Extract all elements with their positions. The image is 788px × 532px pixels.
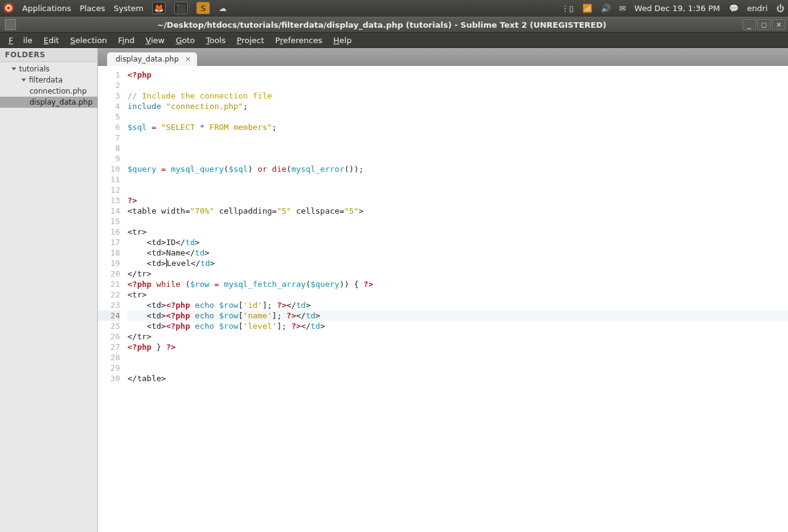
sidebar-file-display-data[interactable]: display_data.php [0,97,97,108]
code-line[interactable]: <tr> [127,227,788,237]
twisty-icon [12,68,17,71]
app-menubar: File Edit Selection Find View Goto Tools… [0,33,788,48]
network-icon[interactable]: 📶 [582,4,592,13]
menu-view[interactable]: View [141,34,170,46]
sidebar-folder-root[interactable]: tutorials [0,63,97,75]
sidebar-file-connection[interactable]: connection.php [0,86,97,97]
code-line[interactable] [127,132,788,143]
menu-help[interactable]: Help [328,34,356,46]
window-close-button[interactable]: ✕ [772,19,786,30]
code-line[interactable]: ?> [127,195,788,206]
code-line[interactable]: <td>Name</td> [127,248,788,258]
code-line[interactable]: <?php [127,70,788,80]
window-minimize-button[interactable]: _ [742,19,756,30]
code-line[interactable]: <td><?php echo $row['level']; ?></td> [127,321,788,331]
code-line[interactable]: </tr> [127,331,788,342]
desktop-top-panel: Applications Places System 🦊 ⬛ S ☁ ⋮▯ 📶 … [0,0,788,17]
code-line[interactable] [127,174,788,185]
user-status-icon[interactable]: 💬 [729,4,739,13]
panel-menu-applications[interactable]: Applications [22,4,71,13]
line-number-gutter: 1234567891011121314151617181920212223242… [98,66,125,532]
code-line[interactable]: // Include the connection file [127,91,788,101]
misc-launcher-icon[interactable]: ☁ [219,4,227,13]
sublime-launcher-icon[interactable]: S [196,2,210,14]
sidebar-folder-filterdata[interactable]: filterdata [0,75,97,86]
window-titlebar[interactable]: ~/Desktop/htdocs/tutorials/filterdata/di… [0,17,788,33]
code-line[interactable] [127,153,788,164]
menu-find[interactable]: Find [113,34,140,46]
power-icon[interactable]: ⏻ [776,4,784,13]
folders-sidebar: FOLDERS tutorials filterdata connection.… [0,48,98,532]
indicator-icon[interactable]: ⋮▯ [561,4,574,13]
window-maximize-button[interactable]: ◻ [757,19,771,30]
menu-project[interactable]: Project [232,34,270,46]
window-app-icon [5,19,16,30]
code-line[interactable]: <td>Level</td> [127,258,788,268]
code-editor[interactable]: 1234567891011121314151617181920212223242… [98,66,788,532]
code-content[interactable]: <?php // Include the connection fileincl… [125,66,788,532]
tab-label: display_data.php [116,55,179,63]
code-line[interactable] [127,111,788,122]
code-line[interactable] [127,143,788,153]
code-line[interactable]: </table> [127,373,788,384]
code-line[interactable]: <td><?php echo $row['id']; ?></td> [127,300,788,310]
code-line[interactable]: <table width="70%" cellpadding="5" cells… [127,206,788,216]
code-line[interactable] [127,352,788,363]
panel-menu-system[interactable]: System [114,4,143,13]
tab-display-data[interactable]: display_data.php × [107,52,198,66]
code-line[interactable] [127,216,788,227]
menu-goto[interactable]: Goto [171,34,199,46]
code-line[interactable]: <tr> [127,289,788,300]
code-line[interactable] [127,185,788,195]
code-line[interactable]: include "connection.php"; [127,101,788,111]
tab-close-icon[interactable]: × [185,55,191,63]
code-line[interactable]: <td>ID</td> [127,237,788,248]
code-line[interactable]: <td><?php echo $row['name']; ?></td> [127,310,788,321]
menu-file[interactable]: File [4,34,38,46]
firefox-launcher-icon[interactable]: 🦊 [152,2,166,14]
mail-icon[interactable]: ✉ [619,4,626,13]
panel-user[interactable]: endri [747,4,768,13]
volume-icon[interactable]: 🔊 [601,4,611,13]
code-line[interactable]: <?php } ?> [127,342,788,352]
twisty-icon [22,79,26,82]
sidebar-header: FOLDERS [0,48,97,62]
code-line[interactable]: $query = mysql_query($sql) or die(mysql_… [127,164,788,174]
menu-selection[interactable]: Selection [65,34,112,46]
code-line[interactable]: </tr> [127,268,788,279]
window-title: ~/Desktop/htdocs/tutorials/filterdata/di… [21,20,742,30]
code-line[interactable]: $sql = "SELECT * FROM members"; [127,122,788,132]
code-line[interactable] [127,80,788,91]
panel-clock[interactable]: Wed Dec 19, 1:36 PM [635,4,720,13]
terminal-launcher-icon[interactable]: ⬛ [174,2,188,14]
tab-bar: display_data.php × [98,48,788,66]
code-line[interactable]: <?php while ($row = mysql_fetch_array($q… [127,279,788,289]
code-line[interactable] [127,363,788,373]
panel-menu-places[interactable]: Places [79,4,105,13]
menu-preferences[interactable]: Preferences [270,34,327,46]
menu-edit[interactable]: Edit [39,34,64,46]
menu-tools[interactable]: Tools [201,34,230,46]
ubuntu-logo-icon[interactable] [4,3,14,13]
